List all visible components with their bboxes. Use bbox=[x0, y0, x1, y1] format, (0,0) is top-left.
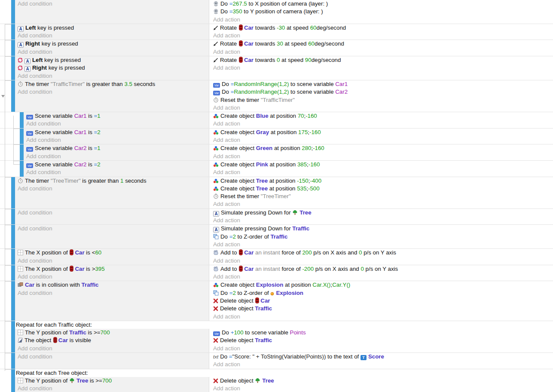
add-action-button[interactable]: Add action bbox=[210, 48, 553, 56]
condition-line[interactable]: ARight key is pressed bbox=[15, 64, 209, 72]
action-line[interactable]: Rotate Car towards 30 at speed 60deg/sec… bbox=[210, 40, 553, 48]
action-line[interactable]: Create object Blue at position 70;-160 bbox=[210, 112, 553, 120]
event-highlight-bar[interactable] bbox=[20, 112, 24, 128]
condition-line[interactable]: VarScene variable Car1 is =2 bbox=[24, 129, 209, 136]
repeat-event-header[interactable]: Repeat for each Tree object: bbox=[15, 369, 553, 377]
add-condition-button[interactable]: Add condition bbox=[15, 185, 209, 193]
event-highlight-bar[interactable] bbox=[11, 24, 15, 40]
event-highlight-bar[interactable] bbox=[11, 321, 15, 352]
action-line[interactable]: Do =2 to Z-order of Explosion bbox=[210, 289, 553, 297]
add-action-button[interactable]: Add action bbox=[210, 32, 553, 40]
add-condition-button[interactable]: Add condition bbox=[15, 345, 209, 352]
event-highlight-bar[interactable] bbox=[20, 144, 24, 160]
add-condition-button[interactable]: Add condition bbox=[15, 257, 209, 265]
add-condition-button[interactable]: Add condition bbox=[15, 225, 209, 233]
event-highlight-bar[interactable] bbox=[11, 209, 15, 225]
condition-line[interactable]: ARight key is pressed bbox=[15, 40, 209, 48]
action-line[interactable]: Add to Car an instant force of 200 p/s o… bbox=[210, 249, 553, 257]
add-condition-button[interactable]: Add condition bbox=[15, 273, 209, 281]
action-line[interactable]: txtDo ="Score: " + ToString(Variable(Poi… bbox=[210, 353, 553, 361]
add-action-button[interactable]: Add action bbox=[210, 16, 553, 24]
event-highlight-bar[interactable] bbox=[11, 80, 15, 112]
event-highlight-bar[interactable] bbox=[20, 161, 24, 177]
condition-line[interactable]: ALeft key is pressed bbox=[15, 24, 209, 32]
action-line[interactable]: Create object Pink at position 385;-160 bbox=[210, 161, 553, 168]
action-line[interactable]: Create object Tree at position -150;-400 bbox=[210, 177, 553, 185]
action-line[interactable]: Delete object Tree bbox=[210, 377, 553, 385]
action-line[interactable]: ASimulate pressing Down for Traffic bbox=[210, 225, 553, 233]
collapse-arrow-icon[interactable] bbox=[1, 95, 5, 98]
add-condition-button[interactable]: Add condition bbox=[15, 72, 209, 80]
action-line[interactable]: Reset the timer "TreeTimer" bbox=[210, 193, 553, 200]
action-line[interactable]: ASimulate pressing Down for Tree bbox=[210, 209, 553, 217]
add-condition-button[interactable]: Add condition bbox=[15, 385, 209, 392]
event-highlight-bar[interactable] bbox=[11, 265, 15, 281]
action-line[interactable]: Create object Tree at position 535;-500 bbox=[210, 185, 553, 193]
action-line[interactable]: Rotate Car towards 0 at speed 90deg/seco… bbox=[210, 56, 553, 64]
add-condition-button[interactable]: Add condition bbox=[15, 289, 209, 297]
event-highlight-bar[interactable] bbox=[11, 177, 15, 208]
add-action-button[interactable]: Add action bbox=[210, 257, 553, 265]
add-condition-button[interactable]: Add condition bbox=[15, 209, 209, 217]
add-action-button[interactable]: Add action bbox=[210, 345, 553, 352]
condition-line[interactable]: The Y position of Traffic is >=700 bbox=[15, 329, 209, 337]
action-line[interactable]: Delete object Car bbox=[210, 297, 553, 305]
event-highlight-bar[interactable] bbox=[11, 225, 15, 248]
add-condition-button[interactable]: Add condition bbox=[24, 153, 209, 160]
condition-line[interactable]: VarScene variable Car2 is =2 bbox=[24, 161, 209, 168]
condition-line[interactable]: VarScene variable Car2 is =1 bbox=[24, 144, 209, 152]
condition-line[interactable]: The Y position of Tree is >=700 bbox=[15, 377, 209, 385]
condition-line[interactable]: ALeft key is pressed bbox=[15, 56, 209, 64]
condition-line[interactable]: The X position of Car is <60 bbox=[15, 249, 209, 257]
add-action-button[interactable]: Add action bbox=[210, 200, 553, 208]
add-action-button[interactable]: Add action bbox=[210, 104, 553, 112]
add-condition-button[interactable]: Add condition bbox=[15, 32, 209, 40]
add-action-button[interactable]: Add action bbox=[210, 136, 553, 144]
add-action-button[interactable]: Add action bbox=[210, 385, 553, 392]
action-line[interactable]: Add to Car an instant force of -200 p/s … bbox=[210, 265, 553, 273]
action-line[interactable]: Create object Explosion at position Car.… bbox=[210, 281, 553, 289]
add-action-button[interactable]: Add action bbox=[210, 361, 553, 368]
add-condition-button[interactable]: Add condition bbox=[24, 136, 209, 144]
add-condition-button[interactable]: Add condition bbox=[15, 88, 209, 96]
event-highlight-bar[interactable] bbox=[11, 0, 15, 24]
add-action-button[interactable]: Add action bbox=[210, 217, 553, 224]
action-line[interactable]: Do =267.5 to X position of camera (layer… bbox=[210, 0, 553, 8]
action-line[interactable]: Reset the timer "TrafficTimer" bbox=[210, 96, 553, 104]
action-line[interactable]: Delete object Traffic bbox=[210, 337, 553, 344]
action-line[interactable]: VarDo =RandomInRange(1,2) to scene varia… bbox=[210, 88, 553, 96]
add-action-button[interactable]: Add action bbox=[210, 273, 553, 281]
add-condition-button[interactable]: Add condition bbox=[24, 168, 209, 176]
add-action-button[interactable]: Add action bbox=[210, 313, 553, 321]
action-line[interactable]: Create object Green at position 280;-160 bbox=[210, 144, 553, 152]
action-line[interactable]: VarDo =RandomInRange(1,2) to scene varia… bbox=[210, 80, 553, 88]
event-highlight-bar[interactable] bbox=[11, 369, 15, 392]
event-highlight-bar[interactable] bbox=[11, 40, 15, 56]
action-line[interactable]: Rotate Car towards -30 at speed 60deg/se… bbox=[210, 24, 553, 32]
add-action-button[interactable]: Add action bbox=[210, 241, 553, 248]
add-condition-button[interactable]: Add condition bbox=[15, 353, 209, 361]
add-action-button[interactable]: Add action bbox=[210, 120, 553, 128]
add-action-button[interactable]: Add action bbox=[210, 153, 553, 160]
action-line[interactable]: VarDo +100 to scene variable Points bbox=[210, 329, 553, 337]
condition-line[interactable]: The X position of Car is >395 bbox=[15, 265, 209, 273]
action-line[interactable]: Do =350 to Y position of camera (layer: … bbox=[210, 8, 553, 15]
event-highlight-bar[interactable] bbox=[11, 56, 15, 80]
event-highlight-bar[interactable] bbox=[20, 129, 24, 144]
event-highlight-bar[interactable] bbox=[11, 249, 15, 265]
event-highlight-bar[interactable] bbox=[11, 281, 15, 320]
action-line[interactable]: Delete object Traffic bbox=[210, 305, 553, 312]
condition-line[interactable]: VarScene variable Car1 is =1 bbox=[24, 112, 209, 120]
repeat-event-header[interactable]: Repeat for each Traffic object: bbox=[15, 321, 553, 329]
condition-line[interactable]: The object Car is visible bbox=[15, 337, 209, 344]
add-condition-button[interactable]: Add condition bbox=[15, 48, 209, 56]
add-action-button[interactable]: Add action bbox=[210, 168, 553, 176]
condition-line[interactable]: The timer "TrafficTimer" is greater than… bbox=[15, 80, 209, 88]
event-highlight-bar[interactable] bbox=[11, 353, 15, 369]
add-condition-button[interactable]: Add condition bbox=[15, 0, 209, 8]
add-condition-button[interactable]: Add condition bbox=[24, 120, 209, 128]
condition-line[interactable]: Car is in collision with Traffic bbox=[15, 281, 209, 289]
add-action-button[interactable]: Add action bbox=[210, 64, 553, 72]
action-line[interactable]: Create object Gray at position 175;-160 bbox=[210, 129, 553, 136]
condition-line[interactable]: The timer "TreeTimer" is greater than 1 … bbox=[15, 177, 209, 185]
